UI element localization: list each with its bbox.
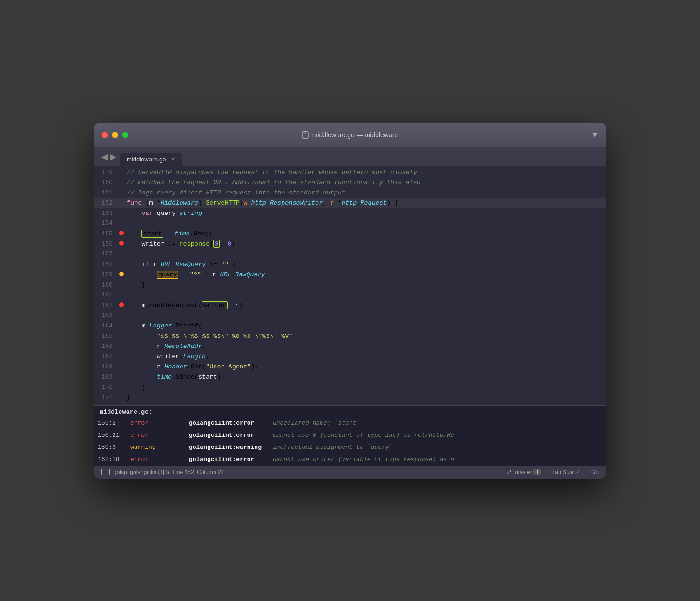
diagnostics-table: 155:2 error golangcilint:error undeclare… <box>94 417 606 466</box>
branch-info: ⎇ master 1 <box>505 469 541 475</box>
line-number: 159 <box>94 270 118 280</box>
titlebar-dropdown-icon[interactable]: ▼ <box>591 131 599 139</box>
code-line-168: 168 r.Header.Get("User-Agent"), <box>94 362 606 372</box>
line-number: 169 <box>94 373 118 382</box>
titlebar: middleware.go — middleware ▼ <box>94 123 606 147</box>
branch-icon: ⎇ <box>505 469 512 475</box>
line-content: query = "?" + r.URL.RawQuery <box>125 270 606 280</box>
status-right: ⎇ master 1 Tab Size: 4 Go <box>505 469 599 475</box>
line-number: 168 <box>94 362 118 372</box>
code-line-156: 156 writer := response{0, 0} <box>94 239 606 249</box>
diag-source: golangcilint:error <box>185 454 269 466</box>
line-number: 171 <box>94 393 118 403</box>
tab-middleware-go[interactable]: middleware.go ✕ <box>120 153 182 166</box>
diagnostic-row: 155:2 error golangcilint:error undeclare… <box>94 417 606 429</box>
line-number: 158 <box>94 260 118 270</box>
tab-nav-buttons: ◀ ▶ <box>98 152 120 166</box>
diagnostics-panel: middleware.go: 155:2 error golangcilint:… <box>94 405 606 466</box>
maximize-button[interactable] <box>122 132 128 138</box>
code-line-155: 155 start = time.Now() <box>94 229 606 239</box>
line-content: } <box>125 280 606 290</box>
tab-close-button[interactable]: ✕ <box>171 156 175 162</box>
code-line-163: 163 <box>94 311 606 321</box>
editor-window: middleware.go — middleware ▼ ◀ ▶ middlew… <box>94 123 606 479</box>
line-content: // ServeHTTP dispatches the request to t… <box>125 167 606 178</box>
window-title: middleware.go — middleware <box>312 131 398 139</box>
diag-message: ineffectual assignment to `query` <box>269 441 606 454</box>
branch-badge: 1 <box>533 469 541 475</box>
code-line-153: 153 var query string <box>94 208 606 219</box>
code-line-157: 157 <box>94 249 606 260</box>
tab-size: Tab Size: 4 <box>552 469 580 475</box>
line-number: 160 <box>94 280 118 290</box>
code-line-161: 161 <box>94 290 606 300</box>
breakpoint-area <box>118 302 125 307</box>
code-line-151: 151// logs every direct HTTP request int… <box>94 188 606 198</box>
line-content: m.Logger.Printf( <box>125 321 606 331</box>
line-content: if r.URL.RawQuery != "" { <box>125 260 606 270</box>
line-content: // matches the request URL. Additional t… <box>125 178 606 188</box>
line-content: m.handleRequest(writer, r) <box>125 300 606 311</box>
titlebar-title-group: middleware.go — middleware <box>302 131 398 139</box>
line-content: // logs every direct HTTP request into t… <box>125 188 606 198</box>
diag-location: 155:2 <box>94 417 127 429</box>
line-number: 150 <box>94 178 118 188</box>
panel-title: middleware.go: <box>94 406 606 417</box>
close-button[interactable] <box>101 132 108 138</box>
line-number: 164 <box>94 321 118 331</box>
code-line-154: 154 <box>94 219 606 229</box>
line-number: 165 <box>94 332 118 341</box>
diag-source: golangcilint:warning <box>185 441 269 454</box>
statusbar: golsp, golangcilint(1|3), Line 152, Colu… <box>94 466 606 479</box>
line-number: 162 <box>94 301 118 311</box>
diag-message: cannot use writer (variable of type resp… <box>269 454 606 466</box>
diag-severity: warning <box>127 441 185 454</box>
diag-severity: error <box>127 429 185 441</box>
code-line-159: 159 query = "?" + r.URL.RawQuery <box>94 270 606 280</box>
line-number: 154 <box>94 219 118 228</box>
line-number: 170 <box>94 383 118 393</box>
code-line-149: 149// ServeHTTP dispatches the request t… <box>94 167 606 178</box>
line-content: time.Since(start), <box>125 372 606 382</box>
tab-next-icon[interactable]: ▶ <box>110 152 116 162</box>
code-line-167: 167 writer.Length, <box>94 352 606 362</box>
code-line-160: 160 } <box>94 280 606 290</box>
minimize-button[interactable] <box>112 132 118 138</box>
breakpoint-dot-red <box>119 302 124 307</box>
line-content: writer := response{0, 0} <box>125 239 606 249</box>
breakpoint-dot-red <box>119 231 124 235</box>
lsp-info: golsp, golangcilint(1|3), Line 152, Colu… <box>114 469 224 475</box>
tab-prev-icon[interactable]: ◀ <box>101 152 108 162</box>
line-number: 151 <box>94 188 118 198</box>
diagnostic-row: 159:3 warning golangcilint:warning ineff… <box>94 441 606 454</box>
breakpoint-area <box>118 241 125 246</box>
code-line-170: 170 ) <box>94 382 606 393</box>
line-number: 153 <box>94 209 118 219</box>
line-number: 161 <box>94 290 118 300</box>
monitor-icon <box>101 469 110 475</box>
code-line-152: 152func (m *Middleware) ServeHTTP(w http… <box>94 198 606 208</box>
line-number: 166 <box>94 342 118 352</box>
diag-location: 162:18 <box>94 454 127 466</box>
code-line-158: 158 if r.URL.RawQuery != "" { <box>94 260 606 270</box>
line-content: var query string <box>125 208 606 219</box>
traffic-lights <box>101 132 128 138</box>
diagnostic-row: 156:21 error golangcilint:error cannot u… <box>94 429 606 441</box>
line-number: 163 <box>94 311 118 321</box>
code-editor[interactable]: 149// ServeHTTP dispatches the request t… <box>94 166 606 405</box>
line-content: } <box>125 393 606 403</box>
code-line-166: 166 r.RemoteAddr, <box>94 341 606 352</box>
breakpoint-area <box>118 272 125 276</box>
code-line-164: 164 m.Logger.Printf( <box>94 321 606 331</box>
line-number: 149 <box>94 168 118 178</box>
code-line-169: 169 time.Since(start), <box>94 372 606 382</box>
diag-message: cannot use 0 (constant of type int) as n… <box>269 429 606 441</box>
code-line-150: 150// matches the request URL. Additiona… <box>94 178 606 188</box>
code-area: 149// ServeHTTP dispatches the request t… <box>94 166 606 405</box>
line-number: 156 <box>94 240 118 249</box>
branch-name: master <box>515 469 532 475</box>
language: Go <box>591 469 599 475</box>
diag-source: golangcilint:error <box>185 429 269 441</box>
diag-location: 159:3 <box>94 441 127 454</box>
line-content: r.Header.Get("User-Agent"), <box>125 362 606 372</box>
